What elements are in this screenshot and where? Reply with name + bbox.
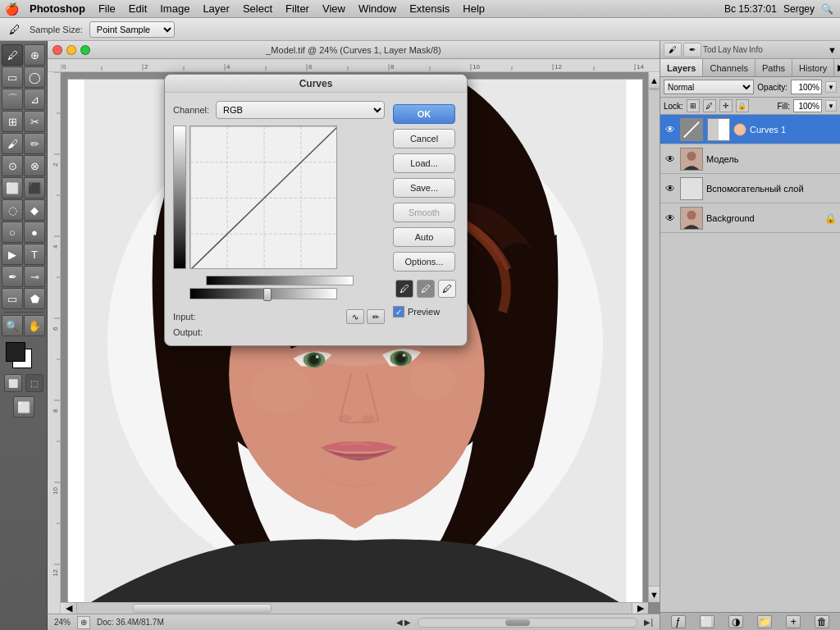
tool-eyedropper[interactable]: 🖊 (2, 44, 23, 66)
lock-all-btn[interactable]: 🔒 (736, 99, 749, 112)
tab-paths[interactable]: Paths (756, 59, 792, 76)
scrollbar-right-arrow[interactable]: ▶ (632, 603, 648, 614)
tool-burn[interactable]: ● (24, 221, 45, 243)
tool-slice[interactable]: ✂ (24, 111, 45, 132)
menu-extensis[interactable]: Extensis (403, 0, 456, 17)
layer-mask-btn[interactable]: ⬜ (700, 615, 714, 628)
tool-screen-mode[interactable]: ⬜ (13, 396, 34, 418)
tool-marquee-rect[interactable]: ▭ (2, 66, 23, 88)
preview-checkbox[interactable]: ✓ (393, 306, 404, 317)
tool-eraser[interactable]: ⬜ (2, 177, 23, 199)
app-name[interactable]: Photoshop (23, 0, 92, 17)
panel-expand-arrow[interactable]: ▼ (828, 45, 837, 55)
curve-smooth-tool[interactable]: ∿ (346, 309, 364, 324)
tool-text[interactable]: T (24, 244, 45, 265)
tool-pencil[interactable]: ✏ (24, 133, 45, 154)
tool-freeform-pen[interactable]: ⊸ (24, 266, 45, 287)
layer-new-btn[interactable]: + (786, 615, 801, 628)
sample-black-btn[interactable]: 🖊 (395, 280, 413, 298)
scrollbar-thumb-v[interactable] (650, 89, 659, 90)
tool-blur[interactable]: ◌ (2, 199, 23, 221)
tool-rectangle[interactable]: ▭ (2, 288, 23, 309)
tool-crop[interactable]: ⊞ (2, 111, 23, 132)
tool-brush[interactable]: 🖌 (2, 133, 23, 154)
scrollbar-down-arrow[interactable]: ▼ (649, 586, 660, 602)
fill-arrow[interactable]: ▼ (825, 100, 837, 112)
menu-filter[interactable]: Filter (279, 0, 316, 17)
curves-slider-midtone-thumb[interactable] (263, 288, 272, 301)
layer-eye-aux[interactable]: 👁 (664, 182, 677, 195)
curves-smooth-button[interactable]: Smooth (393, 203, 455, 222)
layer-item-curves1[interactable]: 👁 Curves 1 (660, 115, 840, 144)
tool-marquee-ellipse[interactable]: ◯ (24, 66, 45, 88)
fill-input[interactable] (793, 99, 822, 112)
menu-file[interactable]: File (92, 0, 122, 17)
scrollbar-up-arrow[interactable]: ▲ (649, 72, 660, 89)
curves-load-button[interactable]: Load... (393, 153, 455, 173)
nav-next-arrow[interactable]: ▶ (404, 618, 411, 627)
canvas-zoom-icon[interactable]: ⊕ (77, 616, 90, 629)
menu-image[interactable]: Image (153, 0, 196, 17)
layer-group-btn[interactable]: 📁 (757, 615, 772, 628)
layer-item-bg[interactable]: 👁 Background 🔒 (660, 203, 840, 233)
tool-sharpen[interactable]: ◆ (24, 199, 45, 221)
search-icon[interactable]: 🔍 (821, 3, 833, 15)
scrollbar-left-arrow[interactable]: ◀ (61, 603, 77, 614)
layer-eye-model[interactable]: 👁 (664, 153, 677, 166)
tool-bg-eraser[interactable]: ⬛ (24, 177, 45, 199)
tool-dodge[interactable]: ○ (2, 221, 23, 243)
panel-menu-arrow[interactable]: ▶ (834, 59, 840, 76)
curve-pencil-tool[interactable]: ✏ (367, 309, 385, 324)
tool-healing[interactable]: ⊗ (24, 155, 45, 176)
layer-eye-curves1[interactable]: 👁 (664, 123, 677, 136)
curves-input-slider[interactable] (189, 288, 337, 299)
blend-mode-select[interactable]: Normal Multiply Screen (664, 80, 754, 94)
menu-layer[interactable]: Layer (196, 0, 236, 17)
tab-channels[interactable]: Channels (703, 59, 755, 76)
lock-image-btn[interactable]: 🖊 (703, 99, 716, 112)
channel-select[interactable]: RGB Red Green Blue (216, 101, 385, 119)
panel-tool-brush[interactable]: 🖌 (664, 43, 682, 57)
nav-end-arrow[interactable]: ▶| (644, 618, 653, 627)
curves-options-button[interactable]: Options... (393, 252, 455, 272)
apple-menu[interactable]: 🍎 (0, 2, 23, 16)
curves-auto-button[interactable]: Auto (393, 227, 455, 247)
menu-edit[interactable]: Edit (122, 0, 153, 17)
tool-pen[interactable]: ✒ (2, 266, 23, 287)
layer-delete-btn[interactable]: 🗑 (815, 615, 829, 628)
sample-gray-btn[interactable]: 🖊 (417, 280, 435, 298)
panel-tool-pen[interactable]: ✒ (683, 43, 701, 57)
menu-view[interactable]: View (316, 0, 352, 17)
scrollbar-thumb-h[interactable] (133, 604, 272, 613)
menu-window[interactable]: Window (352, 0, 403, 17)
opacity-arrow[interactable]: ▼ (825, 81, 837, 93)
lock-transparent-btn[interactable]: ⊞ (687, 99, 700, 112)
sample-size-select[interactable]: Point Sample 3 by 3 Average 5 by 5 Avera… (89, 21, 175, 38)
opacity-input[interactable] (791, 80, 822, 94)
foreground-color-well[interactable] (6, 342, 25, 362)
layer-adjustment-btn[interactable]: ◑ (728, 615, 743, 628)
layer-eye-bg[interactable]: 👁 (664, 212, 677, 225)
tool-path-select[interactable]: ▶ (2, 244, 23, 265)
tool-lasso[interactable]: ⌒ (2, 89, 23, 110)
nav-prev-arrow[interactable]: ◀ (396, 618, 403, 627)
menu-help[interactable]: Help (456, 0, 491, 17)
tool-zoom[interactable]: 🔍 (2, 315, 23, 336)
tool-hand[interactable]: ✋ (24, 315, 45, 336)
curves-ok-button[interactable]: OK (393, 104, 455, 124)
curves-graph[interactable] (189, 126, 337, 269)
tab-history[interactable]: History (792, 59, 834, 76)
maximize-button[interactable] (80, 45, 90, 55)
status-scrollbar-thumb[interactable] (505, 619, 530, 626)
tool-color-sampler[interactable]: ⊕ (24, 44, 45, 66)
layer-item-model[interactable]: 👁 Модель (660, 144, 840, 174)
tool-quick-mask-on[interactable]: ⬚ (25, 374, 43, 392)
tool-clone-stamp[interactable]: ⊙ (2, 155, 23, 176)
lock-position-btn[interactable]: ✛ (719, 99, 733, 112)
curves-cancel-button[interactable]: Cancel (393, 129, 455, 148)
tool-custom-shape[interactable]: ⬟ (24, 288, 45, 309)
layer-item-aux[interactable]: 👁 Вспомогательный слой (660, 174, 840, 203)
minimize-button[interactable] (66, 45, 76, 55)
status-scrollbar[interactable] (418, 618, 638, 628)
sample-white-btn[interactable]: 🖊 (438, 280, 456, 298)
